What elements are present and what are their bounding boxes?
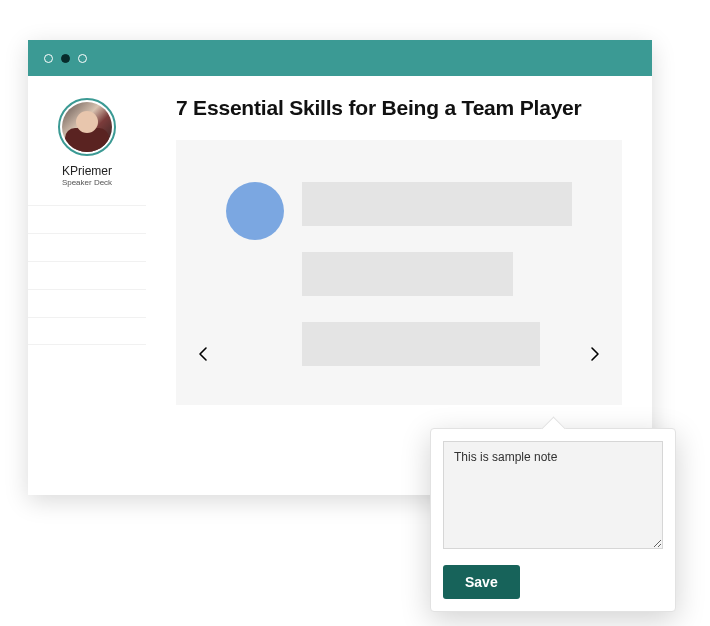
slide-content bbox=[196, 180, 602, 366]
placeholder-bar bbox=[302, 252, 513, 296]
placeholder-bar bbox=[302, 322, 540, 366]
slide-text-placeholder bbox=[302, 180, 572, 366]
placeholder-bar bbox=[302, 182, 572, 226]
sidebar-item[interactable] bbox=[28, 261, 146, 289]
window-dot bbox=[61, 54, 70, 63]
slide-avatar-placeholder bbox=[226, 182, 284, 240]
avatar-image bbox=[62, 102, 112, 152]
slide-viewer bbox=[176, 140, 622, 405]
sidebar: KPriemer Speaker Deck bbox=[28, 76, 146, 495]
note-popover: Save bbox=[430, 428, 676, 612]
title-bar bbox=[28, 40, 652, 76]
chevron-left-icon bbox=[198, 346, 208, 362]
save-button[interactable]: Save bbox=[443, 565, 520, 599]
avatar[interactable] bbox=[58, 98, 116, 156]
username: KPriemer bbox=[62, 164, 112, 178]
next-slide-button[interactable] bbox=[584, 340, 606, 373]
note-textarea[interactable] bbox=[443, 441, 663, 549]
chevron-right-icon bbox=[590, 346, 600, 362]
page-title: 7 Essential Skills for Being a Team Play… bbox=[176, 96, 622, 120]
sidebar-item[interactable] bbox=[28, 205, 146, 233]
user-subtitle: Speaker Deck bbox=[62, 178, 112, 187]
sidebar-item[interactable] bbox=[28, 233, 146, 261]
window-dot bbox=[44, 54, 53, 63]
prev-slide-button[interactable] bbox=[192, 340, 214, 373]
sidebar-list bbox=[28, 205, 146, 345]
window-dot bbox=[78, 54, 87, 63]
sidebar-item[interactable] bbox=[28, 317, 146, 345]
sidebar-item[interactable] bbox=[28, 289, 146, 317]
